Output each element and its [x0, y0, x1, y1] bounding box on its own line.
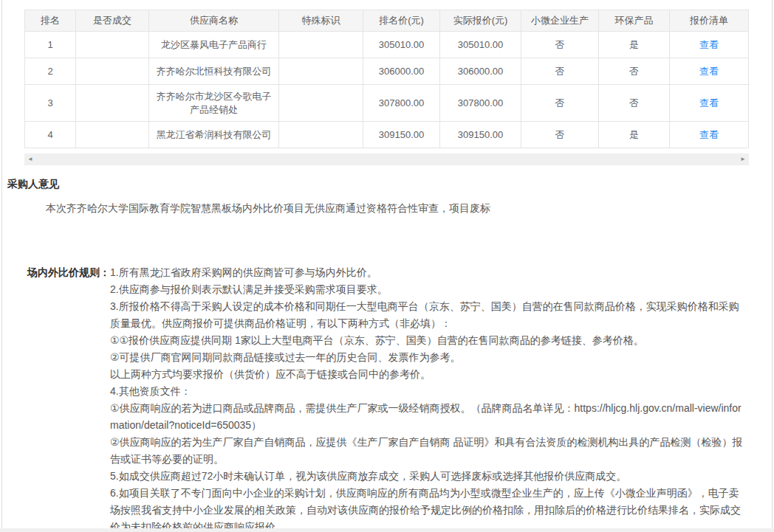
- rule-item: 6.如项目关联了不专门面向中小企业的采购计划，供应商响应的所有商品均为小型或微型…: [110, 485, 747, 532]
- cell-actual-price: 305010.00: [440, 32, 521, 58]
- cell-eco: 是: [599, 122, 670, 148]
- cell-deal: [76, 122, 149, 148]
- col-header-supplier: 供应商名称: [149, 10, 279, 32]
- col-header-small-micro: 小微企业生产: [521, 10, 599, 32]
- cell-quote-list: 查看: [670, 32, 749, 58]
- col-header-rank-price: 排名价(元): [363, 10, 440, 32]
- purchaser-opinion-text: 本次齐齐哈尔大学国际教育学院智慧黑板场内外比价项目无供应商通过资格符合性审查，项…: [46, 201, 747, 215]
- table-row: 1 龙沙区暴风电子产品商行 305010.00 305010.00 否 是 查看: [25, 32, 749, 58]
- cell-supplier: 齐齐哈尔市龙沙区今歌电子产品经销处: [149, 85, 279, 122]
- cell-deal: [76, 85, 149, 122]
- cell-rank: 2: [25, 58, 76, 85]
- supplier-ranking-table: 排名 是否成交 供应商名称 特殊标识 排名价(元) 实际报价(元) 小微企业生产…: [24, 10, 749, 148]
- cell-small-micro: 否: [521, 122, 599, 148]
- cell-small-micro: 否: [521, 85, 599, 122]
- cell-rank: 4: [25, 122, 76, 148]
- rule-item: 4.其他资质文件：: [110, 383, 747, 400]
- rule-item: 以上两种方式均要求报价（供货价）应不高于链接或合同中的参考价。: [110, 366, 747, 383]
- view-quote-link[interactable]: 查看: [699, 129, 719, 140]
- table-header-row: 排名 是否成交 供应商名称 特殊标识 排名价(元) 实际报价(元) 小微企业生产…: [25, 10, 749, 32]
- rule-item: 3.所报价格不得高于采购人设定的成本价格和同期任一大型电商平台（京东、苏宁、国美…: [110, 298, 747, 332]
- ranking-table-wrap: 排名 是否成交 供应商名称 特殊标识 排名价(元) 实际报价(元) 小微企业生产…: [24, 10, 748, 148]
- view-quote-link[interactable]: 查看: [699, 66, 719, 77]
- table-row: 4 黑龙江省希润科技有限公司 309150.00 309150.00 否 是 查…: [25, 122, 749, 148]
- table-row: 2 齐齐哈尔北恒科技有限公司 306000.00 306000.00 否 否 查…: [25, 58, 749, 85]
- cell-quote-list: 查看: [670, 122, 749, 148]
- rule-item: ①供应商响应的若为进口商品或品牌商品，需提供生产厂家或一级经销商授权。（品牌商品…: [110, 400, 747, 434]
- purchaser-opinion-title: 采购人意见: [7, 178, 59, 191]
- scroll-left-icon[interactable]: ◄: [24, 153, 36, 165]
- col-header-rank: 排名: [25, 10, 76, 32]
- cell-small-micro: 否: [521, 58, 599, 85]
- price-comparison-rules-section: 场内外比价规则： 1.所有黑龙江省政府采购网的供应商皆可参与场内外比价。 2.供…: [27, 264, 747, 532]
- cell-deal: [76, 32, 149, 58]
- cell-supplier: 龙沙区暴风电子产品商行: [149, 32, 279, 58]
- table-row: 3 齐齐哈尔市龙沙区今歌电子产品经销处 307800.00 307800.00 …: [25, 85, 749, 122]
- cell-rank-price: 305010.00: [363, 32, 440, 58]
- rule-item: ①①报价供应商应提供同期 1家以上大型电商平台（京东、苏宁、国美）自营的在售同款…: [110, 332, 747, 349]
- cell-supplier: 齐齐哈尔北恒科技有限公司: [149, 58, 279, 85]
- col-header-deal: 是否成交: [76, 10, 149, 32]
- window-horizontal-scrollbar[interactable]: [0, 528, 774, 532]
- rules-content: 1.所有黑龙江省政府采购网的供应商皆可参与场内外比价。 2.供应商参与报价则表示…: [110, 264, 747, 532]
- cell-supplier: 黑龙江省希润科技有限公司: [149, 122, 279, 148]
- col-header-eco-product: 环保产品: [599, 10, 670, 32]
- cell-special: [279, 32, 363, 58]
- col-header-quote-list: 报价清单: [670, 10, 749, 32]
- rule-item: ②可提供厂商官网同期同款商品链接或过去一年的历史合同、发票作为参考。: [110, 349, 747, 366]
- cell-eco: 否: [599, 85, 670, 122]
- cell-quote-list: 查看: [670, 85, 749, 122]
- cell-rank-price: 309150.00: [363, 122, 440, 148]
- cell-eco: 否: [599, 58, 670, 85]
- rule-item: ②供应商响应的若为生产厂家自产自销商品，应提供《生产厂家自产自销商 品证明》和具…: [110, 434, 747, 468]
- cell-quote-list: 查看: [670, 58, 749, 85]
- rules-label: 场内外比价规则：: [27, 264, 110, 281]
- scroll-right-icon[interactable]: ►: [737, 153, 749, 165]
- page-right-border: [772, 0, 773, 532]
- cell-actual-price: 309150.00: [440, 122, 521, 148]
- cell-actual-price: 307800.00: [440, 85, 521, 122]
- cell-actual-price: 306000.00: [440, 58, 521, 85]
- cell-rank-price: 306000.00: [363, 58, 440, 85]
- cell-eco: 是: [599, 32, 670, 58]
- cell-special: [279, 85, 363, 122]
- col-header-actual-price: 实际报价(元): [440, 10, 521, 32]
- cell-special: [279, 122, 363, 148]
- cell-deal: [76, 58, 149, 85]
- page-left-border: [1, 0, 2, 532]
- view-quote-link[interactable]: 查看: [699, 39, 719, 50]
- cell-rank: 3: [25, 85, 76, 122]
- rule-item: 2.供应商参与报价则表示默认满足并接受采购需求项目要求。: [110, 281, 747, 298]
- cell-special: [279, 58, 363, 85]
- cell-rank-price: 307800.00: [363, 85, 440, 122]
- col-header-special-mark: 特殊标识: [279, 10, 363, 32]
- view-quote-link[interactable]: 查看: [699, 97, 719, 108]
- cell-small-micro: 否: [521, 32, 599, 58]
- rule-item: 1.所有黑龙江省政府采购网的供应商皆可参与场内外比价。: [110, 264, 747, 281]
- table-horizontal-scrollbar[interactable]: ◄ ►: [24, 153, 749, 165]
- cell-rank: 1: [25, 32, 76, 58]
- rule-item: 5.如成交供应商超过72小时未确认订单，视为该供应商放弃成交，采购人可选择废标或…: [110, 468, 747, 485]
